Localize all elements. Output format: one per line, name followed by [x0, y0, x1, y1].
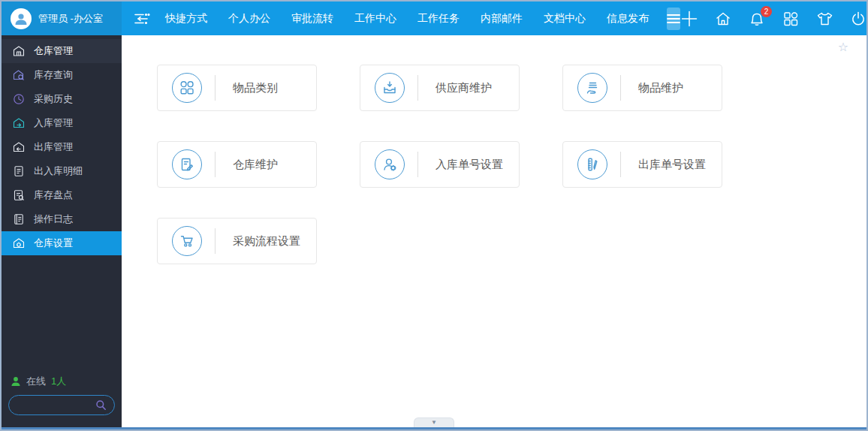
- menu-item-approval-flow[interactable]: 审批流转: [281, 2, 344, 35]
- sidebar-item-inout-detail[interactable]: 出入库明细: [2, 159, 122, 183]
- apps-grid-icon[interactable]: [782, 10, 800, 28]
- app-window: 管理员 -办公室 快捷方式 个人办公 审批流转 工作中心 工作任务 内部邮件 文…: [0, 0, 868, 431]
- more-menu-button[interactable]: [667, 8, 680, 30]
- warehouse-settings-icon: [12, 237, 25, 250]
- menu-item-personal-office[interactable]: 个人办公: [218, 2, 281, 35]
- warehouse-icon: [12, 45, 25, 58]
- main-content: ☆ 物品类别 供应商维护 物品维护: [122, 35, 866, 427]
- card-goods-maintenance[interactable]: 物品维护: [562, 65, 722, 111]
- menu-item-info-publish[interactable]: 信息发布: [596, 2, 659, 35]
- sidebar-item-label: 仓库管理: [34, 44, 73, 58]
- bottom-collapse-tab[interactable]: ▼: [414, 417, 454, 427]
- card-divider: [417, 75, 418, 101]
- sidebar-item-stocktaking[interactable]: 库存盘点: [2, 183, 122, 207]
- history-clock-icon: [12, 93, 25, 106]
- stocktake-icon: [12, 189, 25, 202]
- sidebar-item-label: 出入库明细: [34, 164, 83, 178]
- theme-shirt-icon[interactable]: [815, 10, 833, 28]
- notifications-bell-icon[interactable]: 2: [748, 10, 766, 28]
- sidebar-search-box: [8, 395, 115, 415]
- card-divider: [215, 228, 215, 254]
- inventory-search-icon: [12, 69, 25, 82]
- add-icon[interactable]: [680, 10, 698, 28]
- card-label: 物品类别: [233, 81, 278, 95]
- sidebar-item-label: 出库管理: [34, 140, 73, 154]
- sidebar-item-label: 入库管理: [34, 116, 73, 130]
- home-icon[interactable]: [714, 10, 732, 28]
- card-label: 仓库维护: [233, 158, 278, 172]
- sidebar-item-inventory-query[interactable]: 库存查询: [2, 63, 122, 87]
- main-menu: 快捷方式 个人办公 审批流转 工作中心 工作任务 内部邮件 文档中心 信息发布: [155, 2, 659, 35]
- card-label: 物品维护: [638, 81, 683, 95]
- online-status: 在线 1人: [2, 372, 122, 391]
- card-supplier-maintenance[interactable]: 供应商维护: [360, 65, 520, 111]
- sidebar-menu: 仓库管理 库存查询 采购历史 入库管理: [2, 35, 122, 255]
- menu-item-work-tasks[interactable]: 工作任务: [407, 2, 470, 35]
- sidebar: 仓库管理 库存查询 采购历史 入库管理: [2, 35, 122, 427]
- sidebar-collapse-icon[interactable]: [132, 11, 150, 26]
- menu-item-document-center[interactable]: 文档中心: [533, 2, 596, 35]
- power-logout-icon[interactable]: [849, 10, 867, 28]
- user-profile[interactable]: 管理员 -办公室: [2, 2, 122, 35]
- favorite-star-icon[interactable]: ☆: [838, 41, 848, 53]
- search-icon[interactable]: [95, 399, 107, 411]
- sidebar-item-warehouse-settings[interactable]: 仓库设置: [2, 231, 122, 255]
- settings-card-grid: 物品类别 供应商维护 物品维护 仓: [157, 65, 750, 264]
- online-count: 1人: [51, 375, 66, 388]
- card-warehouse-maintenance[interactable]: 仓库维护: [157, 141, 317, 188]
- topbar-icon-group: 2: [680, 10, 867, 28]
- sidebar-item-inbound-management[interactable]: 入库管理: [2, 111, 122, 135]
- card-purchase-flow-settings[interactable]: 采购流程设置: [157, 218, 317, 264]
- sidebar-item-label: 采购历史: [34, 92, 73, 106]
- card-divider: [620, 152, 621, 177]
- inbound-icon: [12, 117, 25, 130]
- card-divider: [620, 75, 621, 101]
- card-outbound-number-settings[interactable]: 出库单号设置: [562, 141, 722, 188]
- notification-badge: 2: [761, 6, 772, 17]
- purchase-flow-icon: [172, 226, 202, 256]
- detail-document-icon: [12, 165, 25, 178]
- sidebar-item-warehouse-management[interactable]: 仓库管理: [2, 39, 122, 63]
- sidebar-item-outbound-management[interactable]: 出库管理: [2, 135, 122, 159]
- online-label: 在线: [26, 375, 46, 388]
- outbound-number-icon: [577, 149, 607, 179]
- online-user-icon: [11, 376, 21, 387]
- card-divider: [215, 152, 215, 177]
- categories-icon: [172, 73, 202, 103]
- sidebar-item-purchase-history[interactable]: 采购历史: [2, 87, 122, 111]
- card-label: 供应商维护: [436, 81, 492, 95]
- collapse-arrow-icon: ▼: [431, 420, 437, 426]
- goods-icon: [577, 73, 607, 103]
- sidebar-search-input[interactable]: [9, 399, 95, 411]
- warehouse-edit-icon: [172, 149, 202, 179]
- card-divider: [417, 152, 418, 177]
- inbound-number-icon: [375, 149, 405, 179]
- bottom-border-line: [2, 427, 866, 429]
- card-label: 采购流程设置: [233, 234, 300, 249]
- card-label: 入库单号设置: [436, 158, 503, 172]
- card-inbound-number-settings[interactable]: 入库单号设置: [360, 141, 520, 188]
- sidebar-item-label: 仓库设置: [34, 237, 73, 250]
- outbound-icon: [12, 141, 25, 154]
- menu-item-work-center[interactable]: 工作中心: [344, 2, 407, 35]
- sidebar-item-label: 库存盘点: [34, 188, 73, 202]
- supplier-icon: [375, 73, 405, 103]
- menu-item-internal-mail[interactable]: 内部邮件: [470, 2, 533, 35]
- sidebar-item-operation-log[interactable]: 操作日志: [2, 207, 122, 231]
- menu-item-shortcuts[interactable]: 快捷方式: [155, 2, 218, 35]
- user-avatar-icon: [11, 8, 32, 29]
- top-bar: 管理员 -办公室 快捷方式 个人办公 审批流转 工作中心 工作任务 内部邮件 文…: [2, 2, 866, 35]
- card-label: 出库单号设置: [638, 158, 706, 172]
- card-divider: [215, 75, 215, 101]
- sidebar-item-label: 操作日志: [34, 212, 73, 226]
- log-book-icon: [12, 213, 25, 226]
- sidebar-item-label: 库存查询: [34, 68, 73, 82]
- user-name: 管理员 -办公室: [38, 12, 103, 26]
- card-item-category[interactable]: 物品类别: [157, 65, 317, 111]
